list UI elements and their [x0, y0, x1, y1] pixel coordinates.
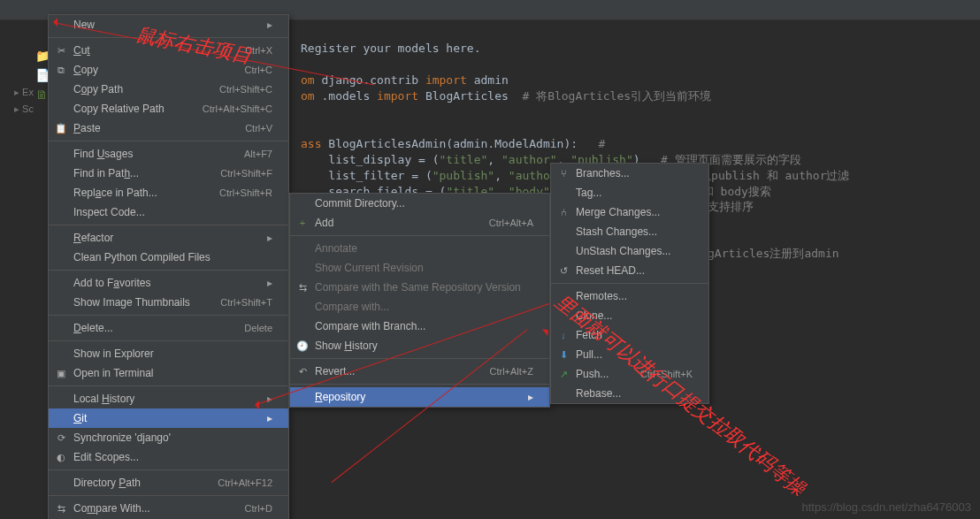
menu-find-usages[interactable]: Find UsagesAlt+F7	[49, 144, 288, 164]
menu-copy-path[interactable]: Copy PathCtrl+Shift+C	[49, 80, 288, 99]
fetch-icon: ↓	[557, 330, 570, 340]
paste-icon: 📋	[55, 123, 67, 134]
tab-sc[interactable]: Sc	[22, 103, 34, 114]
code-fragment-2: gArticles注册到admin	[708, 246, 839, 262]
history-icon: 🕘	[296, 340, 309, 352]
separator	[49, 37, 288, 38]
arrow-head-2a	[250, 401, 259, 409]
repo-push[interactable]: ↗Push...Ctrl+Shift+K	[551, 364, 708, 384]
separator	[290, 384, 549, 385]
pull-icon: ⬇	[557, 349, 570, 361]
separator	[49, 141, 288, 141]
repo-reset-head[interactable]: ↺Reset HEAD...	[551, 261, 708, 280]
menu-copy[interactable]: ⧉CopyCtrl+C	[49, 60, 288, 80]
git-repository[interactable]: Repository▸	[290, 387, 549, 407]
repo-pull[interactable]: ⬇Pull...	[551, 345, 708, 364]
menu-paste[interactable]: 📋PasteCtrl+V	[49, 118, 288, 138]
menu-dir-path[interactable]: Directory PathCtrl+Alt+F12	[49, 473, 288, 492]
merge-icon: ⑃	[557, 207, 570, 218]
repo-fetch[interactable]: ↓Fetch	[551, 325, 708, 345]
separator	[49, 225, 288, 225]
git-commit-dir[interactable]: Commit Directory...	[290, 194, 549, 213]
separator	[290, 358, 549, 359]
cut-icon: ✂	[55, 45, 67, 57]
menu-refactor[interactable]: Refactor▸	[49, 228, 288, 248]
repo-clone[interactable]: Clone...	[551, 306, 708, 325]
separator	[551, 283, 708, 284]
compare-icon: ⇆	[296, 282, 309, 294]
git-add[interactable]: +AddCtrl+Alt+A	[290, 213, 549, 233]
menu-copy-rel-path[interactable]: Copy Relative PathCtrl+Alt+Shift+C	[49, 99, 288, 118]
add-icon: +	[296, 218, 309, 228]
git-show-rev: Show Current Revision	[290, 258, 549, 278]
menu-inspect[interactable]: Inspect Code...	[49, 202, 288, 222]
git-annotate: Annotate	[290, 239, 549, 258]
separator	[49, 340, 288, 341]
tab-ex[interactable]: Ex	[22, 87, 34, 97]
menu-open-terminal[interactable]: ▣Open in Terminal	[49, 363, 288, 383]
reset-icon: ↺	[557, 265, 570, 277]
separator	[49, 469, 288, 470]
code-fragment-1: 支持排序	[708, 199, 754, 215]
compare-icon: ⇆	[55, 503, 67, 515]
repo-remotes[interactable]: Remotes...	[551, 286, 708, 306]
menu-edit-scopes[interactable]: ◐Edit Scopes...	[49, 447, 288, 467]
menu-git[interactable]: Git▸	[49, 408, 288, 428]
separator	[49, 495, 288, 496]
terminal-icon: ▣	[55, 368, 67, 379]
menu-thumbnails[interactable]: Show Image ThumbnailsCtrl+Shift+T	[49, 293, 288, 312]
context-menu-main: New▸ ✂CutCtrl+X ⧉CopyCtrl+C Copy PathCtr…	[48, 14, 289, 519]
separator	[49, 315, 288, 316]
git-compare-with: Compare with...	[290, 297, 549, 317]
repo-merge[interactable]: ⑃Merge Changes...	[551, 202, 708, 222]
git-submenu: Commit Directory... +AddCtrl+Alt+A Annot…	[289, 193, 550, 408]
separator	[290, 235, 549, 236]
watermark: https://blog.csdn.net/zha6476003	[801, 500, 971, 514]
repository-submenu: ⑂Branches... Tag... ⑃Merge Changes... St…	[550, 163, 709, 404]
menu-compare-with[interactable]: ⇆Compare With...Ctrl+D	[49, 499, 288, 518]
sync-icon: ⟳	[55, 432, 67, 444]
revert-icon: ↶	[296, 366, 309, 378]
branch-icon: ⑂	[557, 168, 570, 179]
menu-clean[interactable]: Clean Python Compiled Files	[49, 248, 288, 267]
menu-add-favorites[interactable]: Add to Favorites▸	[49, 273, 288, 293]
repo-branches[interactable]: ⑂Branches...	[551, 164, 708, 183]
git-show-history[interactable]: 🕘Show History	[290, 336, 549, 355]
menu-delete[interactable]: Delete...Delete	[49, 318, 288, 338]
repo-tag[interactable]: Tag...	[551, 183, 708, 202]
separator	[49, 385, 288, 386]
repo-stash[interactable]: Stash Changes...	[551, 222, 708, 241]
git-compare-branch[interactable]: Compare with Branch...	[290, 317, 549, 336]
menu-synchronize[interactable]: ⟳Synchronize 'django'	[49, 428, 288, 447]
menu-cut[interactable]: ✂CutCtrl+X	[49, 41, 288, 60]
push-icon: ↗	[557, 369, 570, 380]
scopes-icon: ◐	[55, 452, 67, 463]
menu-show-explorer[interactable]: Show in Explorer	[49, 344, 288, 363]
menu-replace-in-path[interactable]: Replace in Path...Ctrl+Shift+R	[49, 183, 288, 202]
repo-unstash[interactable]: UnStash Changes...	[551, 241, 708, 261]
repo-rebase[interactable]: Rebase...	[551, 384, 708, 403]
menu-find-in-path[interactable]: Find in Path...Ctrl+Shift+F	[49, 164, 288, 183]
copy-icon: ⧉	[55, 65, 67, 76]
git-compare-same: ⇆Compare with the Same Repository Versio…	[290, 278, 549, 297]
arrow-head-1	[49, 18, 57, 27]
menu-new[interactable]: New▸	[49, 15, 288, 34]
tool-window-tabs[interactable]: ▸ Ex ▸ Sc	[0, 84, 41, 118]
separator	[49, 270, 288, 271]
